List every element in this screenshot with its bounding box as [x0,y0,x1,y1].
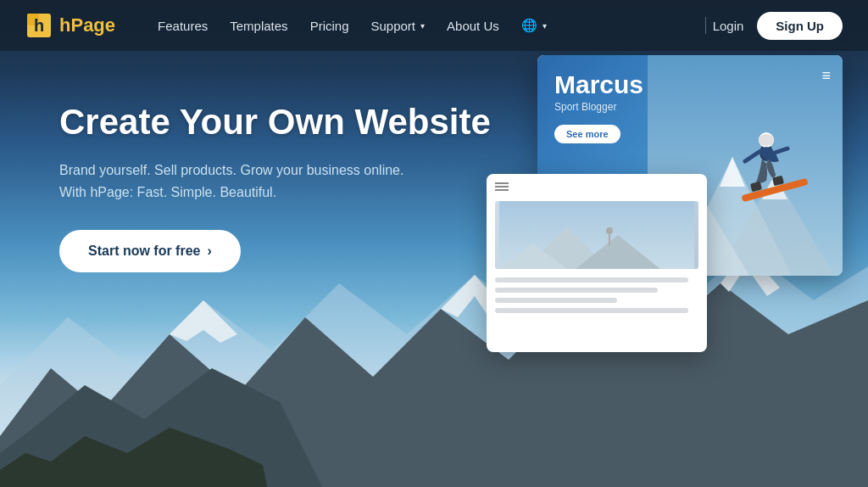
content-line-1 [495,277,688,283]
language-chevron-icon: ▾ [542,21,547,31]
signup-button[interactable]: Sign Up [757,12,843,40]
nav-templates[interactable]: Templates [221,14,296,38]
svg-text:h: h [34,16,44,35]
nav-about[interactable]: About Us [438,14,508,38]
login-button[interactable]: Login [713,19,744,33]
menu-line-1 [495,182,509,184]
svg-point-30 [606,227,613,234]
navbar: h hPage Features Templates Pricing Suppo… [0,0,868,51]
nav-right: Login Sign Up [713,12,843,40]
logo[interactable]: h hPage [25,10,115,41]
menu-line-3 [495,189,509,191]
globe-icon: 🌐 [521,18,537,33]
mockup-container: Marcus Sport Blogger See more ≡ [487,55,843,352]
mockup-person-subtitle: Sport Blogger [554,101,826,113]
mockup-front-image [495,201,698,269]
menu-line-2 [495,186,509,188]
nav-divider [705,17,706,34]
nav-links: Features Templates Pricing Support ▾ Abo… [149,13,698,38]
logo-text: hPage [59,14,115,36]
content-line-4 [495,308,688,313]
mockup-see-more-button[interactable]: See more [554,125,620,143]
nav-language[interactable]: 🌐 ▾ [513,13,555,38]
nav-features[interactable]: Features [149,14,216,38]
mockup-person-name: Marcus [554,70,826,99]
logo-icon: h [25,10,56,41]
arrow-icon: › [207,244,211,259]
nav-pricing[interactable]: Pricing [302,14,358,38]
support-chevron-icon: ▾ [420,21,425,31]
start-free-button[interactable]: Start now for free › [59,230,241,272]
mockup-front-content [495,277,698,313]
mockup-front-card [487,174,707,352]
nav-support[interactable]: Support ▾ [362,14,433,38]
mockup-menu-icon: ≡ [821,67,831,85]
content-line-3 [495,298,617,303]
content-line-2 [495,288,658,293]
